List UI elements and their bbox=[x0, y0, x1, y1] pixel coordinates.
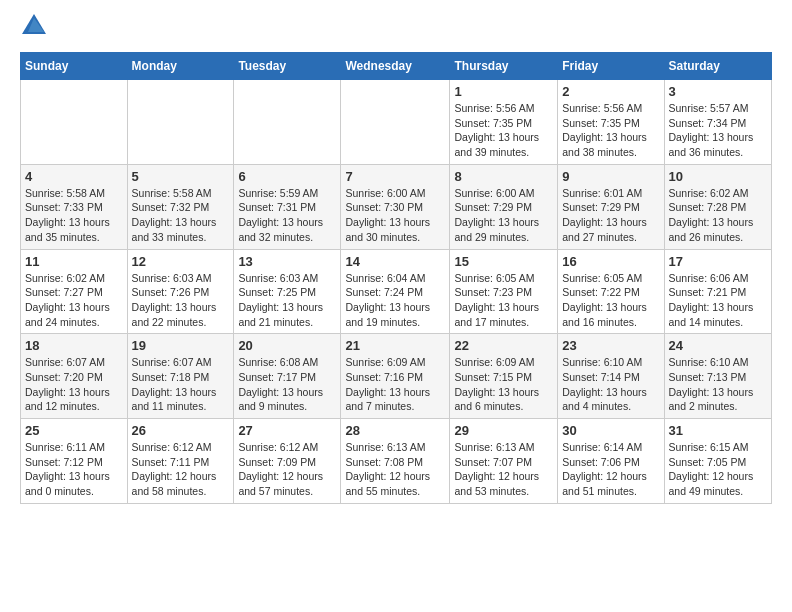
day-info: Sunrise: 6:10 AM Sunset: 7:13 PM Dayligh… bbox=[669, 355, 767, 414]
day-info: Sunrise: 5:59 AM Sunset: 7:31 PM Dayligh… bbox=[238, 186, 336, 245]
calendar-cell: 24Sunrise: 6:10 AM Sunset: 7:13 PM Dayli… bbox=[664, 334, 771, 419]
calendar-cell: 5Sunrise: 5:58 AM Sunset: 7:32 PM Daylig… bbox=[127, 164, 234, 249]
day-number: 4 bbox=[25, 169, 123, 184]
day-info: Sunrise: 6:05 AM Sunset: 7:22 PM Dayligh… bbox=[562, 271, 659, 330]
calendar-cell bbox=[234, 80, 341, 165]
day-number: 15 bbox=[454, 254, 553, 269]
calendar-cell: 12Sunrise: 6:03 AM Sunset: 7:26 PM Dayli… bbox=[127, 249, 234, 334]
day-number: 30 bbox=[562, 423, 659, 438]
col-header-monday: Monday bbox=[127, 53, 234, 80]
calendar-cell: 23Sunrise: 6:10 AM Sunset: 7:14 PM Dayli… bbox=[558, 334, 664, 419]
week-row-4: 25Sunrise: 6:11 AM Sunset: 7:12 PM Dayli… bbox=[21, 419, 772, 504]
calendar-cell: 17Sunrise: 6:06 AM Sunset: 7:21 PM Dayli… bbox=[664, 249, 771, 334]
day-number: 18 bbox=[25, 338, 123, 353]
day-number: 22 bbox=[454, 338, 553, 353]
col-header-wednesday: Wednesday bbox=[341, 53, 450, 80]
day-info: Sunrise: 6:03 AM Sunset: 7:26 PM Dayligh… bbox=[132, 271, 230, 330]
day-number: 25 bbox=[25, 423, 123, 438]
calendar-cell: 27Sunrise: 6:12 AM Sunset: 7:09 PM Dayli… bbox=[234, 419, 341, 504]
day-number: 11 bbox=[25, 254, 123, 269]
day-info: Sunrise: 5:57 AM Sunset: 7:34 PM Dayligh… bbox=[669, 101, 767, 160]
day-number: 2 bbox=[562, 84, 659, 99]
header bbox=[20, 16, 772, 44]
col-header-thursday: Thursday bbox=[450, 53, 558, 80]
col-header-tuesday: Tuesday bbox=[234, 53, 341, 80]
day-info: Sunrise: 6:09 AM Sunset: 7:16 PM Dayligh… bbox=[345, 355, 445, 414]
day-info: Sunrise: 6:02 AM Sunset: 7:28 PM Dayligh… bbox=[669, 186, 767, 245]
calendar-cell: 6Sunrise: 5:59 AM Sunset: 7:31 PM Daylig… bbox=[234, 164, 341, 249]
calendar-cell: 13Sunrise: 6:03 AM Sunset: 7:25 PM Dayli… bbox=[234, 249, 341, 334]
week-row-1: 4Sunrise: 5:58 AM Sunset: 7:33 PM Daylig… bbox=[21, 164, 772, 249]
week-row-0: 1Sunrise: 5:56 AM Sunset: 7:35 PM Daylig… bbox=[21, 80, 772, 165]
day-number: 6 bbox=[238, 169, 336, 184]
day-number: 29 bbox=[454, 423, 553, 438]
day-number: 24 bbox=[669, 338, 767, 353]
day-info: Sunrise: 6:08 AM Sunset: 7:17 PM Dayligh… bbox=[238, 355, 336, 414]
col-header-sunday: Sunday bbox=[21, 53, 128, 80]
calendar-cell: 30Sunrise: 6:14 AM Sunset: 7:06 PM Dayli… bbox=[558, 419, 664, 504]
day-info: Sunrise: 6:13 AM Sunset: 7:08 PM Dayligh… bbox=[345, 440, 445, 499]
day-info: Sunrise: 6:13 AM Sunset: 7:07 PM Dayligh… bbox=[454, 440, 553, 499]
logo-icon bbox=[20, 12, 48, 40]
calendar-cell: 31Sunrise: 6:15 AM Sunset: 7:05 PM Dayli… bbox=[664, 419, 771, 504]
day-info: Sunrise: 6:10 AM Sunset: 7:14 PM Dayligh… bbox=[562, 355, 659, 414]
day-info: Sunrise: 6:14 AM Sunset: 7:06 PM Dayligh… bbox=[562, 440, 659, 499]
day-number: 17 bbox=[669, 254, 767, 269]
day-info: Sunrise: 6:05 AM Sunset: 7:23 PM Dayligh… bbox=[454, 271, 553, 330]
week-row-3: 18Sunrise: 6:07 AM Sunset: 7:20 PM Dayli… bbox=[21, 334, 772, 419]
calendar-cell: 20Sunrise: 6:08 AM Sunset: 7:17 PM Dayli… bbox=[234, 334, 341, 419]
col-header-saturday: Saturday bbox=[664, 53, 771, 80]
day-number: 16 bbox=[562, 254, 659, 269]
day-info: Sunrise: 6:03 AM Sunset: 7:25 PM Dayligh… bbox=[238, 271, 336, 330]
header-row: SundayMondayTuesdayWednesdayThursdayFrid… bbox=[21, 53, 772, 80]
calendar-cell bbox=[21, 80, 128, 165]
day-info: Sunrise: 6:07 AM Sunset: 7:20 PM Dayligh… bbox=[25, 355, 123, 414]
day-info: Sunrise: 6:04 AM Sunset: 7:24 PM Dayligh… bbox=[345, 271, 445, 330]
day-info: Sunrise: 6:00 AM Sunset: 7:29 PM Dayligh… bbox=[454, 186, 553, 245]
day-number: 13 bbox=[238, 254, 336, 269]
calendar-cell: 4Sunrise: 5:58 AM Sunset: 7:33 PM Daylig… bbox=[21, 164, 128, 249]
calendar-cell: 9Sunrise: 6:01 AM Sunset: 7:29 PM Daylig… bbox=[558, 164, 664, 249]
day-info: Sunrise: 6:07 AM Sunset: 7:18 PM Dayligh… bbox=[132, 355, 230, 414]
day-number: 19 bbox=[132, 338, 230, 353]
calendar-cell: 21Sunrise: 6:09 AM Sunset: 7:16 PM Dayli… bbox=[341, 334, 450, 419]
day-info: Sunrise: 6:00 AM Sunset: 7:30 PM Dayligh… bbox=[345, 186, 445, 245]
day-info: Sunrise: 5:58 AM Sunset: 7:33 PM Dayligh… bbox=[25, 186, 123, 245]
calendar-cell: 15Sunrise: 6:05 AM Sunset: 7:23 PM Dayli… bbox=[450, 249, 558, 334]
calendar-cell: 16Sunrise: 6:05 AM Sunset: 7:22 PM Dayli… bbox=[558, 249, 664, 334]
day-number: 28 bbox=[345, 423, 445, 438]
calendar-cell: 19Sunrise: 6:07 AM Sunset: 7:18 PM Dayli… bbox=[127, 334, 234, 419]
day-number: 5 bbox=[132, 169, 230, 184]
day-info: Sunrise: 5:58 AM Sunset: 7:32 PM Dayligh… bbox=[132, 186, 230, 245]
day-number: 10 bbox=[669, 169, 767, 184]
day-number: 20 bbox=[238, 338, 336, 353]
day-info: Sunrise: 6:11 AM Sunset: 7:12 PM Dayligh… bbox=[25, 440, 123, 499]
calendar-cell: 1Sunrise: 5:56 AM Sunset: 7:35 PM Daylig… bbox=[450, 80, 558, 165]
calendar-cell: 7Sunrise: 6:00 AM Sunset: 7:30 PM Daylig… bbox=[341, 164, 450, 249]
day-number: 23 bbox=[562, 338, 659, 353]
calendar-cell: 28Sunrise: 6:13 AM Sunset: 7:08 PM Dayli… bbox=[341, 419, 450, 504]
day-number: 3 bbox=[669, 84, 767, 99]
day-info: Sunrise: 5:56 AM Sunset: 7:35 PM Dayligh… bbox=[562, 101, 659, 160]
calendar-table: SundayMondayTuesdayWednesdayThursdayFrid… bbox=[20, 52, 772, 504]
calendar-cell: 3Sunrise: 5:57 AM Sunset: 7:34 PM Daylig… bbox=[664, 80, 771, 165]
calendar-cell: 29Sunrise: 6:13 AM Sunset: 7:07 PM Dayli… bbox=[450, 419, 558, 504]
col-header-friday: Friday bbox=[558, 53, 664, 80]
calendar-cell: 25Sunrise: 6:11 AM Sunset: 7:12 PM Dayli… bbox=[21, 419, 128, 504]
day-info: Sunrise: 6:06 AM Sunset: 7:21 PM Dayligh… bbox=[669, 271, 767, 330]
day-info: Sunrise: 6:02 AM Sunset: 7:27 PM Dayligh… bbox=[25, 271, 123, 330]
day-number: 21 bbox=[345, 338, 445, 353]
calendar-cell bbox=[127, 80, 234, 165]
calendar-cell: 10Sunrise: 6:02 AM Sunset: 7:28 PM Dayli… bbox=[664, 164, 771, 249]
day-info: Sunrise: 6:01 AM Sunset: 7:29 PM Dayligh… bbox=[562, 186, 659, 245]
calendar-cell: 11Sunrise: 6:02 AM Sunset: 7:27 PM Dayli… bbox=[21, 249, 128, 334]
day-number: 7 bbox=[345, 169, 445, 184]
day-info: Sunrise: 6:12 AM Sunset: 7:09 PM Dayligh… bbox=[238, 440, 336, 499]
calendar-cell: 14Sunrise: 6:04 AM Sunset: 7:24 PM Dayli… bbox=[341, 249, 450, 334]
day-number: 14 bbox=[345, 254, 445, 269]
day-number: 8 bbox=[454, 169, 553, 184]
calendar-cell: 8Sunrise: 6:00 AM Sunset: 7:29 PM Daylig… bbox=[450, 164, 558, 249]
calendar-cell: 2Sunrise: 5:56 AM Sunset: 7:35 PM Daylig… bbox=[558, 80, 664, 165]
day-number: 12 bbox=[132, 254, 230, 269]
day-info: Sunrise: 6:15 AM Sunset: 7:05 PM Dayligh… bbox=[669, 440, 767, 499]
